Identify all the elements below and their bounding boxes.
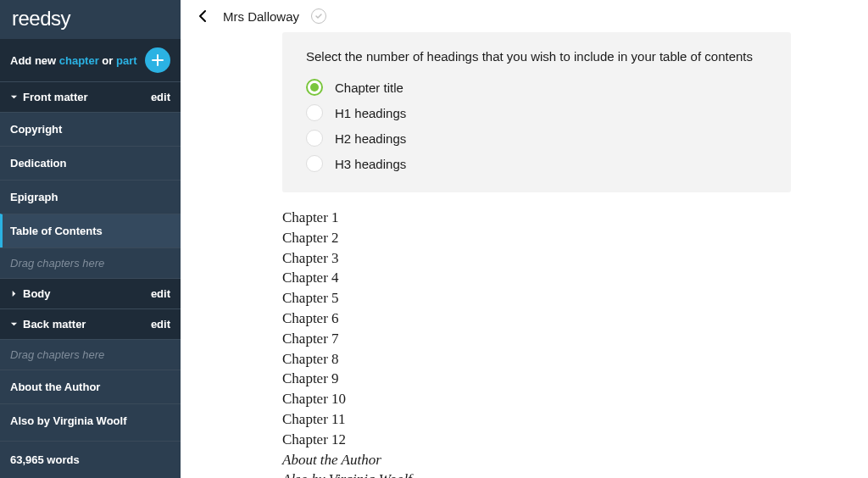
radio-h3[interactable]: H3 headings bbox=[306, 155, 767, 172]
edit-body[interactable]: edit bbox=[151, 287, 170, 300]
drag-hint-back: Drag chapters here bbox=[0, 339, 181, 370]
chevron-left-icon bbox=[196, 8, 211, 24]
radio-icon bbox=[306, 130, 323, 147]
toc-options-panel: Select the number of headings that you w… bbox=[282, 32, 791, 192]
heading-radio-group: Chapter title H1 headings H2 headings H3… bbox=[306, 79, 767, 172]
toc-item: Chapter 3 bbox=[282, 248, 868, 269]
radio-h1[interactable]: H1 headings bbox=[306, 104, 767, 121]
radio-label: Chapter title bbox=[335, 81, 403, 95]
toc-item: Chapter 2 bbox=[282, 228, 868, 248]
edit-back-matter[interactable]: edit bbox=[151, 318, 170, 331]
word-count: 63,965 words bbox=[0, 441, 181, 478]
toc-item: About the Author bbox=[282, 450, 868, 470]
triangle-down-icon bbox=[10, 93, 18, 101]
section-body[interactable]: Body edit bbox=[0, 278, 181, 308]
add-new-text: Add new chapter or part bbox=[10, 54, 137, 67]
toc-item: Chapter 8 bbox=[282, 349, 868, 370]
panel-title: Select the number of headings that you w… bbox=[306, 49, 767, 64]
sidebar-item-toc[interactable]: Table of Contents bbox=[0, 214, 181, 247]
toc-item: Chapter 11 bbox=[282, 409, 868, 430]
toc-item: Chapter 5 bbox=[282, 288, 868, 308]
radio-icon bbox=[306, 79, 323, 96]
add-new-row: Add new chapter or part bbox=[0, 39, 181, 81]
toc-item: Chapter 12 bbox=[282, 430, 868, 450]
section-front-matter[interactable]: Front matter edit bbox=[0, 81, 181, 112]
radio-icon bbox=[306, 155, 323, 172]
sidebar-item-about-author[interactable]: About the Author bbox=[0, 370, 181, 403]
toc-item: Also by Virginia Woolf bbox=[282, 470, 868, 478]
toc-item: Chapter 4 bbox=[282, 268, 868, 288]
sidebar-item-also-by[interactable]: Also by Virginia Woolf bbox=[0, 403, 181, 437]
content-area: Select the number of headings that you w… bbox=[181, 32, 868, 478]
main-area: Mrs Dalloway Select the number of headin… bbox=[181, 0, 868, 478]
document-title: Mrs Dalloway bbox=[223, 9, 299, 24]
edit-front-matter[interactable]: edit bbox=[151, 91, 170, 103]
radio-label: H1 headings bbox=[335, 106, 406, 120]
sidebar-item-copyright[interactable]: Copyright bbox=[0, 112, 181, 146]
back-button[interactable] bbox=[196, 8, 211, 24]
status-check[interactable] bbox=[311, 8, 326, 24]
section-back-matter[interactable]: Back matter edit bbox=[0, 308, 181, 339]
radio-chapter-title[interactable]: Chapter title bbox=[306, 79, 767, 96]
radio-icon bbox=[306, 104, 323, 121]
toc-item: Chapter 9 bbox=[282, 369, 868, 389]
plus-icon bbox=[151, 53, 164, 67]
logo: reedsy bbox=[0, 0, 181, 39]
radio-label: H3 headings bbox=[335, 157, 406, 171]
topbar: Mrs Dalloway bbox=[181, 0, 868, 32]
toc-item: Chapter 1 bbox=[282, 208, 868, 228]
sidebar-item-dedication[interactable]: Dedication bbox=[0, 146, 181, 180]
sidebar: reedsy Add new chapter or part Front mat… bbox=[0, 0, 181, 478]
section-front-matter-label: Front matter bbox=[23, 91, 88, 103]
drag-hint-front: Drag chapters here bbox=[0, 247, 181, 278]
toc-item: Chapter 7 bbox=[282, 329, 868, 349]
radio-label: H2 headings bbox=[335, 131, 406, 146]
check-icon bbox=[314, 12, 323, 20]
toc-item: Chapter 6 bbox=[282, 308, 868, 329]
triangle-down-icon bbox=[10, 320, 18, 328]
toc-item: Chapter 10 bbox=[282, 389, 868, 409]
radio-h2[interactable]: H2 headings bbox=[306, 130, 767, 147]
toc-preview-list: Chapter 1 Chapter 2 Chapter 3 Chapter 4 … bbox=[282, 208, 868, 478]
section-back-matter-label: Back matter bbox=[23, 318, 86, 331]
triangle-right-icon bbox=[10, 290, 18, 297]
sidebar-item-epigraph[interactable]: Epigraph bbox=[0, 180, 181, 214]
section-body-label: Body bbox=[23, 287, 51, 300]
add-chapter-link[interactable]: chapter bbox=[59, 54, 99, 67]
add-part-link[interactable]: part bbox=[116, 54, 137, 67]
add-button[interactable] bbox=[145, 47, 170, 73]
